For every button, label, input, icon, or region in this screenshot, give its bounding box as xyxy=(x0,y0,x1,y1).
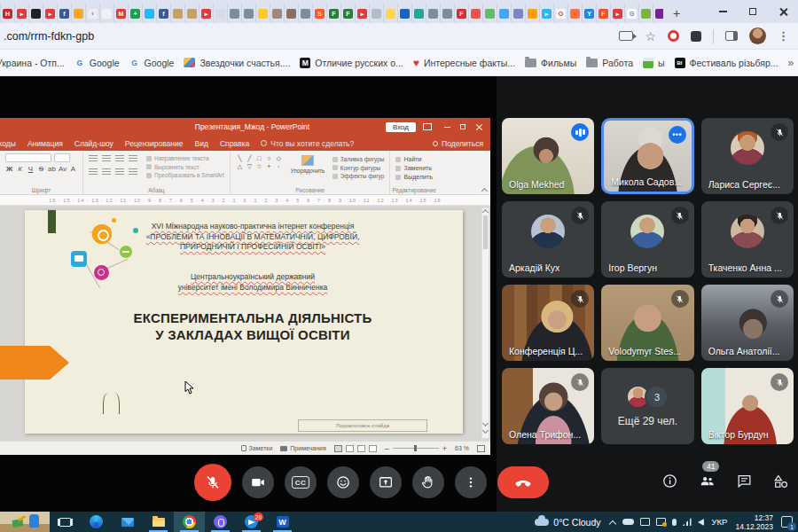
bookmark-item[interactable]: Работа xyxy=(586,58,633,68)
bookmark-item[interactable]: MОтличие русских о... xyxy=(300,58,403,68)
bookmarks-overflow-chevron[interactable]: » xyxy=(788,57,794,69)
edit-action-find[interactable]: Найти xyxy=(395,156,432,162)
paragraph-button[interactable] xyxy=(102,155,111,162)
taskbar-chrome[interactable] xyxy=(174,512,205,532)
arrange-button[interactable]: Упорядочить xyxy=(289,155,326,174)
font-style-button[interactable]: К xyxy=(16,165,24,173)
font-style-button[interactable]: S xyxy=(37,165,45,173)
edit-action-replace[interactable]: Заменить xyxy=(395,165,432,171)
paragraph-button[interactable] xyxy=(89,155,98,162)
browser-tab[interactable]: + xyxy=(128,4,142,23)
ppt-tab-2[interactable]: Анимация xyxy=(27,139,63,148)
browser-tab[interactable] xyxy=(397,4,411,23)
browser-tab[interactable] xyxy=(241,4,255,23)
browser-tab[interactable] xyxy=(525,4,539,23)
shape-glyph[interactable]: □ xyxy=(255,155,263,162)
participant-tile[interactable]: Volodymyr Stes... xyxy=(601,285,693,361)
font-style-button[interactable]: Av xyxy=(59,165,66,173)
bookmark-item[interactable]: Украина - Отп... xyxy=(0,58,65,68)
browser-menu-icon[interactable]: ⋮ xyxy=(778,30,789,42)
font-style-button[interactable]: ab xyxy=(48,165,56,173)
browser-tab[interactable]: F xyxy=(340,4,355,23)
participant-tile[interactable]: Конференція Ц... xyxy=(502,285,594,361)
browser-tab[interactable] xyxy=(369,4,383,23)
ppt-tab-4[interactable]: Рецензирование xyxy=(125,139,184,148)
browser-tab[interactable]: ▸ xyxy=(610,4,624,23)
end-call-button[interactable] xyxy=(497,466,549,498)
ppt-tab-1[interactable]: Переходы xyxy=(0,139,16,148)
bookmark-item[interactable]: Звездочки счастья.... xyxy=(184,58,290,68)
onedrive-icon[interactable] xyxy=(622,519,634,525)
taskbar-word[interactable]: W xyxy=(267,512,298,532)
raise-hand-button[interactable] xyxy=(412,466,444,498)
taskbar-edge[interactable] xyxy=(81,512,112,532)
ppt-minimize-button[interactable] xyxy=(439,118,455,136)
paragraph-extra-button[interactable]: Направление текста xyxy=(146,155,224,161)
participant-tile[interactable]: Микола Садов...••• xyxy=(601,118,693,194)
browser-tab[interactable] xyxy=(638,4,653,23)
browser-tab[interactable] xyxy=(298,4,312,23)
browser-tab[interactable] xyxy=(142,4,156,23)
activities-icon[interactable] xyxy=(772,473,790,489)
browser-tab[interactable]: Y xyxy=(582,4,596,23)
browser-tab[interactable]: ‹ xyxy=(85,4,99,23)
action-center-icon[interactable] xyxy=(781,516,793,528)
browser-tab[interactable] xyxy=(213,4,227,23)
extension-red-o-icon[interactable] xyxy=(668,30,679,42)
participant-tile[interactable]: Ткаченко Анна ... xyxy=(701,201,794,278)
ppt-maximize-button[interactable] xyxy=(455,118,471,136)
browser-tab[interactable] xyxy=(426,4,440,23)
fit-slide-icon[interactable] xyxy=(477,445,485,452)
browser-tab[interactable] xyxy=(99,4,113,23)
browser-tab[interactable] xyxy=(468,4,482,23)
browser-tab[interactable]: ▸ xyxy=(355,4,369,23)
shape-glyph[interactable]: ▽ xyxy=(246,163,254,170)
shape-action-button[interactable]: Эффекты фигур xyxy=(332,173,385,179)
chat-icon[interactable] xyxy=(736,473,753,489)
scrollbar-thumb[interactable] xyxy=(483,215,488,249)
browser-tab[interactable] xyxy=(227,4,241,23)
slide-sorter-icon[interactable] xyxy=(346,445,354,452)
language-indicator[interactable]: УКР xyxy=(712,517,728,527)
tell-me-box[interactable]: Что вы хотите сделать? xyxy=(261,139,354,148)
font-style-button[interactable]: Ч xyxy=(27,165,35,173)
shape-action-button[interactable]: Контур фигуры xyxy=(332,165,385,171)
browser-tab[interactable]: F xyxy=(596,4,610,23)
shape-glyph[interactable]: ◇ xyxy=(275,155,283,162)
tray-screen-icon[interactable] xyxy=(656,518,666,526)
browser-tab[interactable]: H xyxy=(0,4,14,23)
shapes-gallery[interactable]: ╲╱□○◇△▽☆+◦ xyxy=(236,155,283,170)
notes-button[interactable]: Заметки xyxy=(241,445,273,451)
ppt-tab-3[interactable]: Слайд-шоу xyxy=(74,139,113,148)
subtitle-placeholder[interactable]: Подзаголовок слайда xyxy=(298,419,427,432)
browser-tab[interactable] xyxy=(255,4,270,23)
ppt-signin-button[interactable]: Вход xyxy=(386,122,416,132)
browser-tab[interactable]: O xyxy=(553,4,567,23)
shape-glyph[interactable]: + xyxy=(265,163,273,170)
maximize-button[interactable] xyxy=(738,0,768,23)
paragraph-button[interactable] xyxy=(102,168,111,176)
info-icon[interactable] xyxy=(661,473,678,489)
ppt-tab-6[interactable]: Справка xyxy=(220,139,249,148)
taskbar-explorer[interactable] xyxy=(143,512,174,532)
clock[interactable]: 12:37 14.12.2023 xyxy=(735,513,773,531)
tray-mic-icon[interactable] xyxy=(672,519,677,526)
url-text[interactable]: .com/rrm-fdkn-gpb xyxy=(4,30,94,43)
shape-glyph[interactable]: ╲ xyxy=(236,155,244,162)
shape-action-button[interactable]: Заливка фигуры xyxy=(332,156,385,162)
normal-view-icon[interactable] xyxy=(334,445,342,452)
browser-tab[interactable]: ▸ xyxy=(43,4,57,23)
shape-glyph[interactable]: ◦ xyxy=(275,163,283,170)
browser-tab[interactable]: ▸ xyxy=(14,4,28,23)
taskbar-mail[interactable] xyxy=(112,512,143,532)
slideshow-icon[interactable] xyxy=(369,445,377,452)
shape-glyph[interactable]: ╱ xyxy=(246,155,254,162)
network-icon[interactable] xyxy=(683,518,692,526)
taskbar-mail-app[interactable]: 20 xyxy=(236,512,267,532)
zoom-in-icon[interactable]: + xyxy=(442,444,447,453)
browser-tab[interactable] xyxy=(653,4,663,23)
slide[interactable]: XVI Міжнародна науково-практична інтерне… xyxy=(25,210,463,434)
captions-button[interactable]: CC xyxy=(285,466,317,498)
tray-expand-icon[interactable] xyxy=(609,519,616,526)
participant-tile[interactable]: Ольга Анатолії... xyxy=(701,285,794,361)
